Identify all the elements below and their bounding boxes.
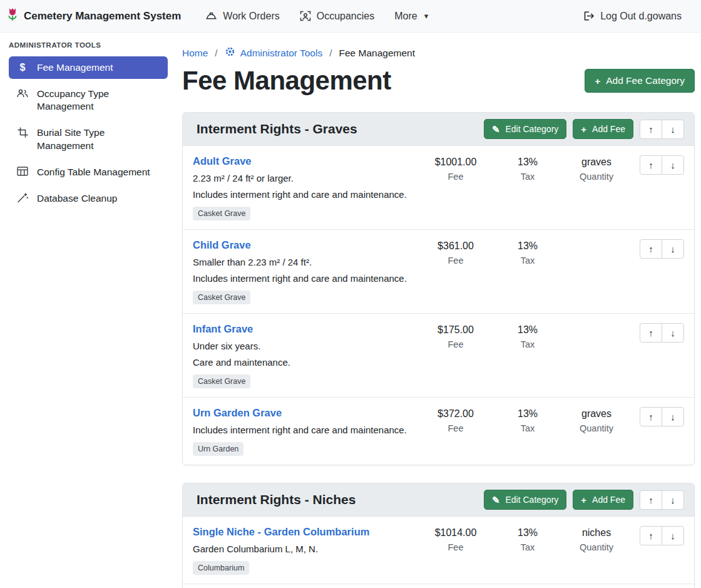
fee-reorder-buttons: ↑ ↓ bbox=[640, 155, 684, 175]
sidebar: ADMINISTRATOR TOOLS $ Fee Management Occ… bbox=[0, 33, 175, 588]
fee-tax-label: Tax bbox=[496, 339, 559, 349]
fee-name-link[interactable]: Urn Garden Grave bbox=[193, 407, 282, 419]
fee-reorder-buttons: ↑ ↓ bbox=[640, 323, 684, 343]
move-category-up-button[interactable]: ↑ bbox=[640, 490, 662, 510]
fee-tax: 13% bbox=[496, 157, 559, 168]
top-navbar: Cemetery Management System Work Orders bbox=[0, 0, 701, 33]
fee-info: Adult Grave 2.23 m² / 24 ft² or larger. … bbox=[193, 155, 415, 220]
fee-description: Includes interment right and care and ma… bbox=[193, 425, 415, 435]
fee-amount: $1014.00 bbox=[415, 527, 496, 539]
category-reorder-buttons: ↑ ↓ bbox=[640, 490, 684, 510]
move-fee-down-button[interactable]: ↓ bbox=[662, 323, 684, 343]
fee-tax-col: 13% Tax bbox=[496, 323, 559, 388]
fee-amount: $1001.00 bbox=[415, 157, 496, 168]
fee-type-badge: Casket Grave bbox=[193, 374, 250, 388]
arrow-up-icon: ↑ bbox=[648, 411, 653, 422]
app-title: Cemetery Management System bbox=[24, 10, 181, 23]
fee-reorder-buttons: ↑ ↓ bbox=[640, 526, 684, 545]
arrow-up-icon: ↑ bbox=[648, 160, 653, 170]
sidebar-item-burial-site-type[interactable]: Burial Site Type Management bbox=[9, 121, 168, 157]
fee-description: 2.23 m² / 24 ft² or larger. bbox=[193, 173, 415, 183]
fee-description: Smaller than 2.23 m² / 24 ft². bbox=[193, 257, 415, 267]
move-category-up-button[interactable]: ↑ bbox=[640, 120, 662, 139]
fee-quantity-label: Quantity bbox=[559, 172, 634, 182]
fee-type-badge: Casket Grave bbox=[193, 291, 250, 304]
fee-quantity-col: niches Quantity bbox=[559, 526, 634, 575]
sidebar-item-fee-management[interactable]: $ Fee Management bbox=[9, 56, 168, 79]
sidebar-item-label: Fee Management bbox=[37, 61, 113, 74]
category-reorder-buttons: ↑ ↓ bbox=[640, 120, 684, 139]
magic-wand-icon bbox=[16, 193, 29, 203]
fee-amount: $372.00 bbox=[415, 408, 496, 420]
plus-icon: + bbox=[581, 495, 586, 505]
fee-info: Urn Garden Grave Includes interment righ… bbox=[193, 407, 415, 456]
move-fee-down-button[interactable]: ↓ bbox=[662, 155, 684, 175]
app-brand[interactable]: Cemetery Management System bbox=[6, 8, 181, 24]
hard-hat-icon bbox=[205, 11, 217, 21]
fee-quantity-col bbox=[559, 239, 634, 304]
nav-links: Work Orders Occupancies More ▾ bbox=[197, 6, 436, 27]
fee-quantity-label: Quantity bbox=[559, 423, 634, 433]
fee-name-link[interactable]: Infant Grave bbox=[193, 323, 253, 335]
fee-quantity: graves bbox=[559, 157, 634, 168]
table-icon bbox=[16, 167, 29, 176]
move-fee-up-button[interactable]: ↑ bbox=[640, 323, 662, 343]
breadcrumb-admin-tools-link[interactable]: Administrator Tools bbox=[225, 46, 323, 59]
fee-info: Child Grave Smaller than 2.23 m² / 24 ft… bbox=[193, 239, 415, 304]
fee-info: Single Niche - Garden Columbarium Garden… bbox=[193, 526, 415, 575]
fee-name-link[interactable]: Adult Grave bbox=[193, 155, 252, 167]
move-fee-up-button[interactable]: ↑ bbox=[640, 155, 662, 175]
pencil-icon: ✎ bbox=[492, 125, 500, 134]
arrow-down-icon: ↓ bbox=[670, 530, 675, 541]
breadcrumb-home-link[interactable]: Home bbox=[182, 48, 208, 59]
move-category-down-button[interactable]: ↓ bbox=[662, 490, 684, 510]
sidebar-item-occupancy-type[interactable]: Occupancy Type Management bbox=[9, 83, 168, 118]
fee-name-link[interactable]: Child Grave bbox=[193, 239, 251, 251]
move-fee-up-button[interactable]: ↑ bbox=[640, 407, 662, 426]
move-fee-up-button[interactable]: ↑ bbox=[640, 239, 662, 259]
add-fee-category-button[interactable]: + Add Fee Category bbox=[585, 69, 695, 93]
fee-tax-label: Tax bbox=[496, 255, 559, 266]
people-icon bbox=[16, 88, 29, 98]
edit-category-button[interactable]: ✎ Edit Category bbox=[484, 119, 566, 139]
move-fee-up-button[interactable]: ↑ bbox=[640, 526, 662, 545]
fee-quantity-col bbox=[559, 323, 634, 388]
fee-description: Care and maintenance. bbox=[193, 357, 415, 368]
category-card-graves: Interment Rights - Graves ✎ Edit Categor… bbox=[182, 112, 695, 465]
fee-quantity-label: Quantity bbox=[559, 542, 634, 552]
fee-type-badge: Casket Grave bbox=[193, 207, 250, 220]
sidebar-item-config-table[interactable]: Config Table Management bbox=[9, 161, 168, 183]
nav-item-more[interactable]: More ▾ bbox=[386, 6, 436, 27]
fee-tax: 13% bbox=[496, 408, 559, 420]
fee-amount-label: Fee bbox=[415, 423, 496, 433]
breadcrumb-separator: / bbox=[215, 48, 217, 59]
sidebar-heading: ADMINISTRATOR TOOLS bbox=[9, 40, 168, 56]
add-fee-button[interactable]: + Add Fee bbox=[573, 119, 633, 139]
nav-item-work-orders[interactable]: Work Orders bbox=[197, 6, 287, 27]
move-fee-down-button[interactable]: ↓ bbox=[662, 526, 684, 545]
category-title: Interment Rights - Niches bbox=[193, 492, 356, 507]
arrow-down-icon: ↓ bbox=[670, 124, 675, 135]
edit-category-button[interactable]: ✎ Edit Category bbox=[484, 490, 566, 510]
fee-amount: $361.00 bbox=[415, 240, 496, 252]
add-fee-button[interactable]: + Add Fee bbox=[573, 490, 633, 510]
fee-description: Under six years. bbox=[193, 341, 415, 351]
move-fee-down-button[interactable]: ↓ bbox=[662, 239, 684, 259]
fee-amount-col: $372.00 Fee bbox=[415, 407, 496, 456]
arrow-down-icon: ↓ bbox=[670, 160, 675, 170]
fee-name-link[interactable]: Single Niche - Garden Columbarium bbox=[193, 526, 369, 538]
arrow-down-icon: ↓ bbox=[670, 328, 675, 338]
fee-row: Adult Grave 2.23 m² / 24 ft² or larger. … bbox=[183, 146, 694, 229]
fee-tax: 13% bbox=[496, 324, 559, 336]
arrow-up-icon: ↑ bbox=[648, 530, 653, 541]
move-fee-down-button[interactable]: ↓ bbox=[662, 407, 684, 426]
fee-tax: 13% bbox=[496, 240, 559, 252]
sidebar-item-database-cleanup[interactable]: Database Cleanup bbox=[9, 187, 168, 210]
move-category-down-button[interactable]: ↓ bbox=[662, 120, 684, 139]
nav-item-occupancies[interactable]: Occupancies bbox=[292, 6, 383, 27]
gear-icon bbox=[225, 46, 235, 59]
pencil-icon: ✎ bbox=[492, 495, 500, 505]
logout-link[interactable]: Log Out d.gowans bbox=[575, 6, 690, 27]
page-title: Fee Management bbox=[182, 66, 391, 96]
fee-amount: $175.00 bbox=[415, 324, 496, 336]
